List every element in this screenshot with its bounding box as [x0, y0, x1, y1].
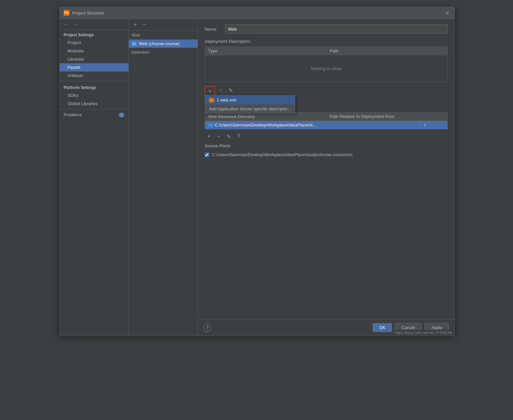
wr-help-button[interactable]: ?: [234, 132, 243, 141]
wr-col-rel: Path Relative to Deployment Root: [327, 112, 448, 121]
forward-button[interactable]: →: [71, 21, 79, 28]
middle-panel: + − Web W Web (choose-course) Detection: [129, 19, 198, 336]
project-structure-dialog: PS Project Structure ✕ ← → Project Setti…: [59, 7, 455, 336]
sidebar-item-libraries[interactable]: Libraries: [60, 55, 128, 63]
tree-item-web-choose-course[interactable]: W Web (choose-course): [129, 40, 198, 48]
ok-button[interactable]: OK: [373, 323, 392, 332]
problems-badge: 1: [119, 113, 125, 117]
middle-add-button[interactable]: +: [131, 21, 139, 28]
source-section: Source Roots C:\Users\Sammax\Desktop\Wor…: [205, 143, 448, 158]
wr-cell-rel: /: [421, 121, 447, 129]
middle-toolbar: + −: [129, 19, 198, 31]
nav-buttons: ← →: [60, 19, 128, 30]
app-icon: PS: [64, 10, 70, 16]
name-label: Name:: [205, 27, 221, 32]
source-path: C:\Users\Sammax\Desktop\Workplace\IdeaPl…: [212, 152, 353, 157]
web-item-icon: W: [131, 42, 137, 46]
dd-remove-button[interactable]: −: [216, 86, 225, 95]
dropdown-item-appserver[interactable]: Add Application Server specific descript…: [205, 104, 295, 113]
dialog-title: Project Structure: [72, 11, 104, 15]
sidebar-item-global-libraries[interactable]: Global Libraries: [60, 99, 128, 108]
table-body-empty: Nothing to show: [205, 55, 447, 82]
wr-remove-button[interactable]: −: [214, 132, 223, 141]
back-button[interactable]: ←: [62, 21, 70, 28]
dropdown-popup: x 1 web.xml Add Application Server speci…: [205, 95, 295, 114]
name-row: Name:: [205, 24, 448, 34]
title-bar-left: PS Project Structure: [64, 10, 104, 16]
right-panel: Name: Deployment Descriptors Type Path N…: [198, 19, 454, 336]
table-header: Type Path: [205, 47, 447, 55]
source-checkbox[interactable]: [205, 153, 209, 157]
sidebar: ← → Project Settings Project Modules Lib…: [60, 19, 129, 336]
dd-edit-button[interactable]: ✎: [226, 86, 235, 95]
wr-table: Web Resource Directory Path Relative to …: [205, 112, 448, 129]
wr-table-row[interactable]: C:\Users\Sammax\Desktop\Workplace\IdeaPl…: [205, 121, 447, 129]
sidebar-item-artifacts[interactable]: Artifacts: [60, 71, 128, 80]
title-bar: PS Project Structure ✕: [60, 7, 454, 19]
dropdown-item-webxml[interactable]: x 1 web.xml: [205, 96, 295, 104]
sidebar-item-modules[interactable]: Modules: [60, 47, 128, 55]
wr-cell-path: C:\Users\Sammax\Desktop\Workplace\IdeaPl…: [205, 121, 421, 129]
tree-item-label: Web (choose-course): [139, 41, 180, 46]
folder-icon: [208, 123, 213, 127]
dd-add-button[interactable]: +: [206, 87, 214, 96]
name-input[interactable]: [225, 24, 448, 34]
web-section-label: Web: [129, 31, 198, 40]
sidebar-item-problems[interactable]: Problems 1: [60, 111, 128, 119]
source-roots-title: Source Roots: [205, 143, 448, 148]
col-type: Type: [205, 47, 327, 55]
sidebar-divider: [60, 81, 128, 81]
help-button[interactable]: ?: [203, 324, 211, 332]
right-content: Name: Deployment Descriptors Type Path N…: [198, 19, 454, 319]
wr-toolbar: + − ✎ ?: [205, 132, 448, 141]
dropdown-item-1-label: 1 web.xml: [217, 98, 236, 102]
sidebar-item-facets[interactable]: Facets: [60, 63, 128, 71]
middle-remove-button[interactable]: −: [141, 21, 148, 28]
wr-add-button[interactable]: +: [205, 132, 213, 141]
sidebar-divider-2: [60, 109, 128, 109]
main-area: ← → Project Settings Project Modules Lib…: [60, 19, 454, 336]
detection-label: Detection: [129, 48, 198, 57]
dropdown-item-2-label: Add Application Server specific descript…: [209, 106, 291, 111]
wr-edit-button[interactable]: ✎: [224, 132, 233, 141]
deployment-table: Type Path Nothing to show: [205, 46, 448, 82]
deployment-descriptors-title: Deployment Descriptors: [205, 39, 448, 44]
platform-settings-label: Platform Settings: [60, 83, 128, 91]
close-button[interactable]: ✕: [444, 10, 450, 16]
sidebar-item-project[interactable]: Project: [60, 39, 128, 47]
status-bar: https://blog.csdn.net/m0_47709146: [392, 330, 454, 336]
source-row: C:\Users\Sammax\Desktop\Workplace\IdeaPl…: [205, 151, 448, 158]
sidebar-item-sdks[interactable]: SDKs: [60, 91, 128, 99]
project-settings-label: Project Settings: [60, 30, 128, 39]
webxml-icon: x: [209, 98, 214, 102]
col-path: Path: [327, 47, 448, 55]
